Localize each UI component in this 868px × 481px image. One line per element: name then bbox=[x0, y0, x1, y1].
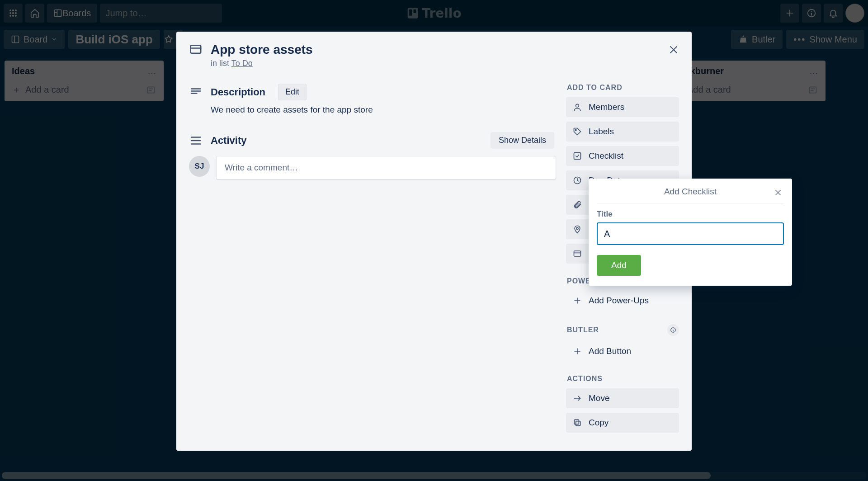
butler-heading: BUTLER bbox=[567, 326, 599, 334]
comment-avatar: SJ bbox=[189, 156, 210, 177]
labels-button[interactable]: Labels bbox=[566, 122, 679, 141]
svg-point-24 bbox=[576, 227, 578, 229]
modal-overlay[interactable]: App store assets in list To Do Descripti… bbox=[0, 0, 868, 481]
add-power-ups-label: Add Power-Ups bbox=[589, 296, 649, 306]
svg-point-21 bbox=[575, 129, 576, 131]
copy-button[interactable]: Copy bbox=[566, 413, 679, 433]
add-checklist-popover: Add Checklist Title Add bbox=[589, 179, 792, 286]
popover-title-label: Title bbox=[597, 210, 784, 219]
checklist-icon bbox=[573, 151, 582, 160]
members-button[interactable]: Members bbox=[566, 97, 679, 117]
svg-rect-19 bbox=[191, 45, 201, 53]
svg-point-20 bbox=[576, 104, 579, 107]
in-list-link[interactable]: To Do bbox=[231, 59, 253, 68]
add-button-label: Add Button bbox=[589, 346, 631, 356]
members-label: Members bbox=[589, 102, 624, 112]
info-icon bbox=[670, 327, 676, 333]
description-icon bbox=[189, 85, 203, 99]
svg-rect-22 bbox=[574, 153, 581, 160]
attachment-icon bbox=[573, 200, 582, 209]
activity-heading: Activity bbox=[211, 135, 246, 146]
popover-close-button[interactable] bbox=[771, 186, 785, 201]
location-icon bbox=[573, 225, 582, 234]
card-title-icon bbox=[189, 42, 203, 56]
move-icon bbox=[573, 394, 582, 403]
in-list-prefix: in list bbox=[211, 59, 231, 68]
members-icon bbox=[573, 103, 582, 112]
close-icon bbox=[668, 44, 679, 55]
move-label: Move bbox=[589, 393, 609, 403]
activity-icon bbox=[189, 134, 203, 147]
butler-info-button[interactable] bbox=[667, 324, 679, 336]
card-main-column: Description Edit We need to create asset… bbox=[189, 84, 556, 437]
comment-input[interactable]: Write a comment… bbox=[216, 156, 556, 179]
clock-icon bbox=[573, 176, 582, 185]
labels-label: Labels bbox=[589, 127, 614, 137]
in-list: in list To Do bbox=[211, 59, 679, 68]
checklist-label: Checklist bbox=[589, 151, 623, 161]
actions-heading: ACTIONS bbox=[567, 375, 679, 383]
add-power-ups-button[interactable]: Add Power-Ups bbox=[566, 291, 679, 311]
checklist-title-input[interactable] bbox=[597, 222, 784, 245]
add-to-card-heading: ADD TO CARD bbox=[567, 84, 679, 92]
edit-description-button[interactable]: Edit bbox=[278, 84, 307, 100]
close-icon bbox=[774, 189, 782, 197]
add-button-button[interactable]: Add Button bbox=[566, 341, 679, 361]
popover-heading: Add Checklist bbox=[664, 187, 717, 196]
labels-icon bbox=[573, 127, 582, 136]
close-modal-button[interactable] bbox=[664, 40, 684, 60]
copy-label: Copy bbox=[589, 418, 609, 428]
popover-add-button[interactable]: Add bbox=[597, 255, 641, 276]
cover-icon bbox=[573, 249, 582, 258]
description-heading: Description bbox=[211, 86, 265, 98]
svg-rect-28 bbox=[574, 420, 579, 424]
show-details-button[interactable]: Show Details bbox=[491, 132, 554, 149]
copy-icon bbox=[573, 418, 582, 427]
checklist-button[interactable]: Checklist bbox=[566, 146, 679, 166]
plus-icon bbox=[573, 297, 581, 305]
card-title[interactable]: App store assets bbox=[211, 42, 313, 57]
move-button[interactable]: Move bbox=[566, 388, 679, 408]
svg-rect-25 bbox=[574, 251, 581, 256]
description-text[interactable]: We need to create assets for the app sto… bbox=[211, 105, 556, 115]
svg-rect-27 bbox=[576, 421, 580, 426]
plus-icon bbox=[573, 347, 581, 355]
card-modal: App store assets in list To Do Descripti… bbox=[176, 32, 692, 451]
